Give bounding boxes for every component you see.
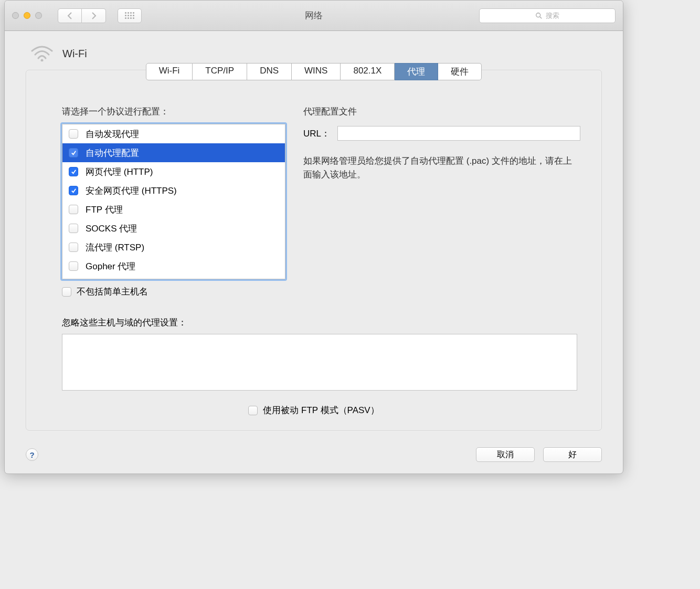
minimize-button[interactable] [24,12,30,19]
protocol-checkbox-6[interactable] [69,243,78,252]
url-row: URL： [303,126,580,141]
protocol-checkbox-3[interactable] [69,186,78,195]
protocol-label-4: FTP 代理 [86,204,123,216]
protocol-checkbox-5[interactable] [69,224,78,233]
protocol-row-2[interactable]: 网页代理 (HTTP) [62,162,285,181]
protocol-label-0: 自动发现代理 [86,128,139,140]
left-pane: 请选择一个协议进行配置： 自动发现代理自动代理配置网页代理 (HTTP)安全网页… [62,106,285,298]
protocol-list[interactable]: 自动发现代理自动代理配置网页代理 (HTTP)安全网页代理 (HTTPS)FTP… [62,124,285,279]
hint-text: 如果网络管理员给您提供了自动代理配置 (.pac) 文件的地址，请在上面输入该地… [303,154,580,182]
protocol-label-1: 自动代理配置 [86,147,139,159]
pasv-row: 使用被动 FTP 模式（PASV） [26,404,601,416]
tabs: Wi-FiTCP/IPDNSWINS802.1X代理硬件 [26,63,601,80]
titlebar: 网络 搜索 [5,1,623,31]
protocol-checkbox-2[interactable] [69,167,78,176]
exclude-simple-hosts-label: 不包括简单主机名 [77,286,148,298]
close-button[interactable] [12,12,19,19]
main: 请选择一个协议进行配置： 自动发现代理自动代理配置网页代理 (HTTP)安全网页… [26,80,601,298]
protocol-row-7[interactable]: Gopher 代理 [62,257,285,276]
protocol-label-5: SOCKS 代理 [86,223,137,235]
protocol-row-4[interactable]: FTP 代理 [62,200,285,219]
tab-4[interactable]: 802.1X [341,63,395,80]
pasv-label: 使用被动 FTP 模式（PASV） [263,404,379,416]
footer: ? 取消 好 [5,441,623,474]
zoom-button[interactable] [35,12,42,19]
search-input[interactable]: 搜索 [479,8,616,23]
exclude-simple-hosts-checkbox[interactable] [62,287,71,297]
grid-icon [125,12,134,19]
search-icon [535,12,543,19]
protocol-row-1[interactable]: 自动代理配置 [62,143,285,162]
nav-buttons [58,8,106,23]
right-pane: 代理配置文件 URL： 如果网络管理员给您提供了自动代理配置 (.pac) 文件… [303,106,580,298]
action-buttons: 取消 好 [476,447,602,462]
protocol-row-0[interactable]: 自动发现代理 [62,124,285,143]
back-button[interactable] [58,8,82,23]
chevron-right-icon [91,12,97,20]
cancel-button[interactable]: 取消 [476,447,535,462]
content: Wi-FiTCP/IPDNSWINS802.1X代理硬件 请选择一个协议进行配置… [26,70,602,430]
protocol-label: 请选择一个协议进行配置： [62,106,285,118]
tab-3[interactable]: WINS [292,63,341,80]
window: 网络 搜索 Wi-Fi Wi-FiTCP/IPDNSWINS802.1X代理硬件… [4,0,623,474]
protocol-checkbox-7[interactable] [69,261,78,271]
show-all-button[interactable] [118,8,142,23]
forward-button[interactable] [82,8,106,23]
help-button[interactable]: ? [26,448,38,461]
bypass-label: 忽略这些主机与域的代理设置： [62,317,601,329]
url-input[interactable] [337,126,580,141]
protocol-row-6[interactable]: 流代理 (RTSP) [62,238,285,257]
ok-button[interactable]: 好 [543,447,602,462]
svg-line-1 [540,16,542,18]
tab-5[interactable]: 代理 [395,63,438,80]
protocol-label-6: 流代理 (RTSP) [86,241,144,254]
protocol-row-5[interactable]: SOCKS 代理 [62,219,285,238]
search-placeholder: 搜索 [546,11,559,20]
protocol-checkbox-0[interactable] [69,129,78,139]
protocol-checkbox-4[interactable] [69,205,78,214]
svg-point-0 [536,13,540,17]
bypass-input[interactable] [62,334,577,391]
protocol-label-3: 安全网页代理 (HTTPS) [86,185,177,197]
proxy-config-title: 代理配置文件 [303,106,580,118]
tab-2[interactable]: DNS [247,63,292,80]
traffic-lights [12,12,42,19]
exclude-simple-hosts-row: 不包括简单主机名 [62,286,285,298]
tab-0[interactable]: Wi-Fi [146,63,193,80]
pasv-checkbox[interactable] [248,406,258,415]
url-label: URL： [303,128,330,140]
page-title: Wi-Fi [62,48,87,60]
tab-1[interactable]: TCP/IP [193,63,247,80]
protocol-row-3[interactable]: 安全网页代理 (HTTPS) [62,181,285,200]
wifi-icon [31,46,53,61]
protocol-label-2: 网页代理 (HTTP) [86,166,153,178]
svg-point-2 [41,59,44,62]
chevron-left-icon [67,12,72,20]
window-title: 网络 [305,9,323,22]
tab-6[interactable]: 硬件 [438,63,482,80]
protocol-checkbox-1[interactable] [69,148,78,157]
protocol-label-7: Gopher 代理 [86,260,135,272]
